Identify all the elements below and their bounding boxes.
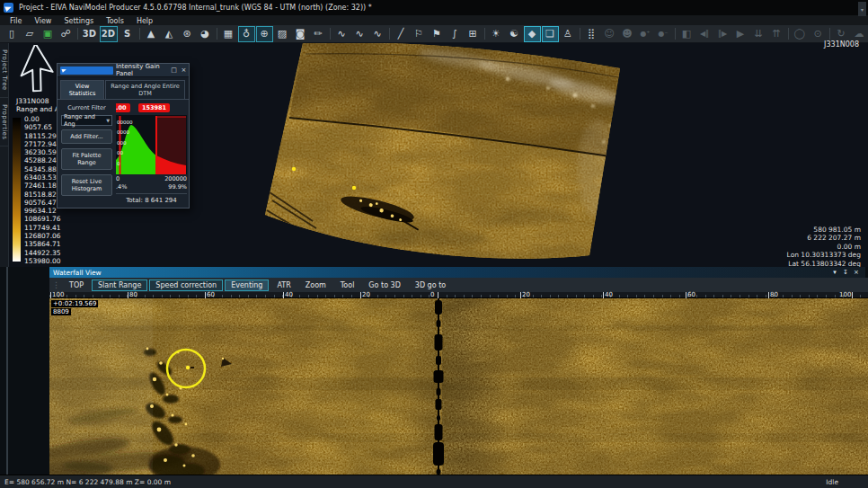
waterfall-close-button[interactable]: × <box>851 269 862 276</box>
toolbar-separator <box>483 26 487 42</box>
step-forward-button[interactable]: ‖▶ <box>714 26 731 42</box>
view-s-button[interactable]: S <box>119 26 137 42</box>
waterfall-pin-button[interactable]: ↧ <box>840 269 851 276</box>
sprayer-button[interactable]: ♙ <box>560 26 577 42</box>
tick-line <box>603 292 604 298</box>
tick-line <box>205 292 206 298</box>
mosaic-button[interactable]: ❏ <box>542 26 559 42</box>
waypoint-filled-button[interactable]: ⚑ <box>429 26 446 42</box>
menu-tools[interactable]: Tools <box>100 17 130 25</box>
signal-a-button[interactable]: ∿ <box>333 26 350 42</box>
tab-atr[interactable]: ATR <box>270 279 297 291</box>
menu-view[interactable]: View <box>28 17 58 25</box>
gain-panel-maximize-button[interactable]: □ <box>169 67 179 74</box>
save-button[interactable]: ▣ <box>40 26 57 42</box>
survey-line-label: J331N008 <box>824 40 859 49</box>
signal-c-button[interactable]: ∿ <box>369 26 386 42</box>
grid-button[interactable]: ▦ <box>220 26 237 42</box>
route-button[interactable]: ∫ <box>447 26 464 42</box>
wireframe-sphere-button[interactable]: ⊛ <box>179 26 196 42</box>
open-folder-button[interactable]: ▱ <box>22 26 39 42</box>
panel-splitter[interactable] <box>6 267 8 475</box>
tick-line <box>686 292 686 298</box>
gain-button[interactable]: ◆ <box>524 26 541 42</box>
vessel-button[interactable]: ◭ <box>161 26 178 42</box>
tab-speed-correction[interactable]: Speed correction <box>149 279 223 291</box>
sphere-shade-button[interactable]: ◕ <box>197 26 214 42</box>
import-button[interactable]: ⇊ <box>750 26 767 42</box>
histogram-low-marker-badge[interactable]: .00 <box>116 103 130 112</box>
menu-settings[interactable]: Settings <box>58 17 100 25</box>
gain-tab-view-statistics[interactable]: View Statistics <box>60 80 104 99</box>
new-file-button[interactable]: ▯ <box>4 26 21 42</box>
tab-top[interactable]: TOP <box>63 279 90 291</box>
geodesy-button[interactable]: ♁ <box>238 26 255 42</box>
reset-live-histogram-button[interactable]: Reset Live Histogram <box>61 174 112 196</box>
tick-line <box>438 292 438 298</box>
tab-eventing[interactable]: Eventing <box>225 279 269 291</box>
tab-go-to-3d[interactable]: Go to 3D <box>362 279 406 291</box>
record-button[interactable]: ◯ <box>792 26 809 42</box>
tab-tool[interactable]: Tool <box>334 279 361 291</box>
waterfall-menu-button[interactable]: ▾ <box>829 269 840 276</box>
remove-point-button[interactable]: ●⁻ <box>655 26 672 42</box>
current-filter-label: Current Filter <box>61 104 112 111</box>
chevron-down-icon: ▼ <box>106 118 110 123</box>
histogram-high-marker-badge[interactable]: 153981 <box>138 103 170 112</box>
toolbar-separator <box>137 26 142 42</box>
app-logo-icon <box>4 3 13 13</box>
step-back-button[interactable]: ◀‖ <box>696 26 713 42</box>
gain-panel-close-button[interactable]: × <box>179 67 189 74</box>
palette-button[interactable]: ☯ <box>506 26 523 42</box>
add-point-button[interactable]: ●⁺ <box>637 26 654 42</box>
legend-value: 27172.94 <box>24 140 61 148</box>
gain-panel-titlebar[interactable]: Intensity Gain Panel □ × <box>58 64 189 77</box>
tab-project-tree[interactable]: Project Tree <box>0 43 9 98</box>
waterfall-titlebar[interactable]: Waterfall View ▾ ↧ × <box>49 267 865 278</box>
north-arrow-button[interactable]: ▲ <box>143 26 160 42</box>
sync-xyz-button[interactable]: ↻ <box>833 26 850 42</box>
tick-label: 80 <box>129 291 137 298</box>
play-button[interactable]: ▶ <box>732 26 749 42</box>
toolbar-overflow-button[interactable]: ▾ <box>858 2 866 16</box>
fit-palette-range-button[interactable]: Fit Palette Range <box>61 148 112 170</box>
legend-value: 72461.18 <box>24 182 61 190</box>
tab-slant-range[interactable]: Slant Range <box>92 279 147 291</box>
filter-dropdown-value: Range and Ang <box>64 113 106 128</box>
draw-button[interactable]: ✏ <box>310 26 327 42</box>
cloud-process-button[interactable]: ☁ <box>851 26 868 42</box>
waterfall-sonar-image[interactable] <box>49 298 868 475</box>
window-titlebar: Project - EIVA NaviModel Producer 4.5.0.… <box>0 0 868 15</box>
waterfall-toolbar: ⋮ TOPSlant RangeSpeed correctionEventing… <box>49 278 868 292</box>
map-button[interactable]: ▨ <box>274 26 291 42</box>
smiley-button[interactable]: ☺ <box>601 26 618 42</box>
tab-zoom[interactable]: Zoom <box>299 279 332 291</box>
toolbar-separator <box>786 26 791 42</box>
waypoint-button[interactable]: ⚐ <box>411 26 428 42</box>
menu-file[interactable]: File <box>4 17 28 25</box>
view-3d-button[interactable]: 3D <box>81 26 99 42</box>
stop-button[interactable]: ⊙ <box>810 26 827 42</box>
globe-button[interactable]: ⊕ <box>256 26 273 42</box>
snapshot-button[interactable]: ◙ <box>292 26 309 42</box>
tab-properties[interactable]: Properties <box>0 98 9 146</box>
legend-value: 54345.88 <box>24 165 61 173</box>
view-2d-button[interactable]: 2D <box>100 26 118 42</box>
add-filter-button[interactable]: Add Filter... <box>61 129 112 144</box>
histogram-y-axis: 000000000000000 <box>117 118 133 169</box>
filter-dropdown[interactable]: Range and Ang ▼ <box>61 115 112 126</box>
export-button[interactable]: ⇈ <box>768 26 785 42</box>
point-grid-button[interactable]: ⣿ <box>583 26 600 42</box>
measure-line-button[interactable]: ╱ <box>393 26 410 42</box>
smiley-negative-button[interactable]: ☻ <box>619 26 636 42</box>
frame-button[interactable]: ⊞ <box>465 26 482 42</box>
brightness-button[interactable]: ☀ <box>488 26 505 42</box>
connect-button[interactable]: ☍ <box>58 26 75 42</box>
gain-tab-range-angle-dtm[interactable]: Range and Angle Entire DTM <box>105 80 185 99</box>
clapperboard-button[interactable]: ◧ <box>678 26 695 42</box>
intensity-histogram[interactable]: 000000000000000 <box>116 115 187 174</box>
menu-help[interactable]: Help <box>130 17 159 25</box>
signal-b-button[interactable]: ∿ <box>351 26 368 42</box>
tick-line <box>283 292 284 298</box>
tab-3d-go-to[interactable]: 3D go to <box>409 279 452 291</box>
